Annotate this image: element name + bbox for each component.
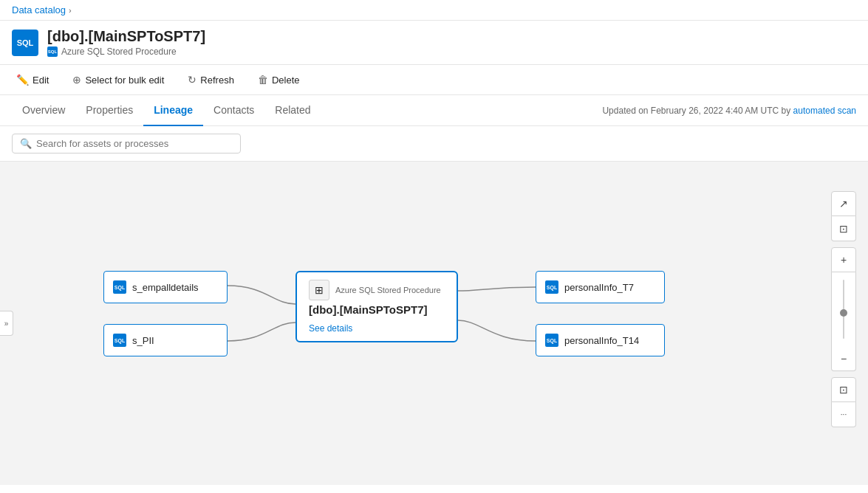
delete-icon: 🗑	[258, 74, 268, 86]
subtitle-icon: SQL	[47, 46, 58, 57]
search-input[interactable]	[36, 138, 233, 149]
breadcrumb-chevron: ›	[69, 6, 72, 15]
page-title: [dbo].[MainSPToSPT7]	[47, 28, 205, 45]
header-subtitle: SQL Azure SQL Stored Procedure	[47, 46, 205, 57]
header-icon: SQL	[12, 30, 38, 56]
central-node[interactable]: ⊞ Azure SQL Stored Procedure [dbo].[Main…	[295, 271, 458, 342]
tab-contacts[interactable]: Contacts	[203, 95, 264, 126]
fit-all-button[interactable]: ⊡	[831, 377, 856, 402]
header-title-block: [dbo].[MainSPToSPT7] SQL Azure SQL Store…	[47, 28, 205, 57]
tab-properties[interactable]: Properties	[75, 95, 143, 126]
expand-icon: ↗	[839, 198, 848, 210]
subtitle-text: Azure SQL Stored Procedure	[61, 46, 177, 57]
input-node-2[interactable]: SQL s_PII	[103, 324, 228, 356]
fit-view-button[interactable]: ⊡	[831, 216, 856, 241]
expand-button[interactable]: ↗	[831, 191, 856, 216]
input-node-2-icon: SQL	[113, 334, 126, 347]
zoom-slider-track	[831, 272, 856, 346]
edit-button[interactable]: ✏️ Edit	[12, 71, 53, 89]
output-node-2-label: personalInfo_T14	[564, 335, 639, 346]
output-node-1-label: personalInfo_T7	[564, 282, 634, 293]
zoom-out-button[interactable]: −	[831, 346, 856, 371]
breadcrumb-link[interactable]: Data catalog	[12, 4, 66, 15]
updated-by-link[interactable]: automated scan	[793, 106, 856, 116]
input-node-1-icon: SQL	[113, 280, 126, 294]
output-node-1[interactable]: SQL personalInfo_T7	[536, 271, 665, 303]
plus-icon: +	[841, 254, 847, 266]
bulk-edit-button[interactable]: ⊕ Select for bulk edit	[68, 71, 168, 89]
tab-overview[interactable]: Overview	[12, 95, 75, 126]
central-node-see-details[interactable]: See details	[309, 323, 352, 334]
search-input-wrap: 🔍	[12, 134, 241, 154]
tab-lineage[interactable]: Lineage	[143, 95, 203, 126]
input-node-1-label: s_empalldetails	[132, 282, 199, 293]
zoom-controls: ↗ ⊡ + − ⊡ ···	[831, 191, 856, 427]
input-node-1[interactable]: SQL s_empalldetails	[103, 271, 228, 303]
zoom-controls-group2: + −	[831, 247, 856, 371]
central-node-header: ⊞ Azure SQL Stored Procedure	[309, 280, 445, 300]
central-node-subtitle: Azure SQL Stored Procedure	[335, 286, 441, 294]
minus-icon: −	[841, 353, 847, 365]
central-node-title: [dbo].[MainSPToSPT7]	[309, 303, 445, 316]
more-icon: ···	[841, 410, 847, 418]
tabs-bar: Overview Properties Lineage Contacts Rel…	[0, 95, 868, 126]
toolbar: ✏️ Edit ⊕ Select for bulk edit ↻ Refresh…	[0, 65, 868, 95]
refresh-icon: ↻	[188, 74, 197, 86]
zoom-controls-group3: ⊡ ···	[831, 377, 856, 427]
search-icon: 🔍	[20, 138, 32, 149]
refresh-button[interactable]: ↻ Refresh	[183, 71, 239, 89]
central-node-proc-icon: ⊞	[309, 280, 329, 300]
edit-icon: ✏️	[16, 74, 29, 86]
collapse-sidebar-button[interactable]: »	[0, 311, 13, 336]
lineage-canvas: » SQL s_empalldetails SQL s_PII ⊞ Azure …	[0, 162, 868, 485]
output-node-2[interactable]: SQL personalInfo_T14	[536, 324, 665, 356]
fit2-icon: ⊡	[839, 384, 848, 396]
output-node-1-icon: SQL	[545, 280, 558, 294]
zoom-in-button[interactable]: +	[831, 247, 856, 272]
tab-related[interactable]: Related	[264, 95, 321, 126]
header: SQL [dbo].[MainSPToSPT7] SQL Azure SQL S…	[0, 21, 868, 65]
breadcrumb: Data catalog ›	[0, 0, 868, 21]
updated-info: Updated on February 26, 2022 4:40 AM UTC…	[602, 106, 856, 116]
output-node-2-icon: SQL	[545, 334, 558, 347]
fit-icon: ⊡	[839, 223, 848, 235]
bulk-edit-icon: ⊕	[72, 74, 81, 86]
input-node-2-label: s_PII	[132, 335, 154, 346]
zoom-slider-thumb[interactable]	[840, 309, 847, 317]
delete-button[interactable]: 🗑 Delete	[253, 71, 304, 89]
more-button[interactable]: ···	[831, 402, 856, 427]
search-bar: 🔍	[0, 126, 868, 162]
zoom-controls-group1: ↗ ⊡	[831, 191, 856, 241]
